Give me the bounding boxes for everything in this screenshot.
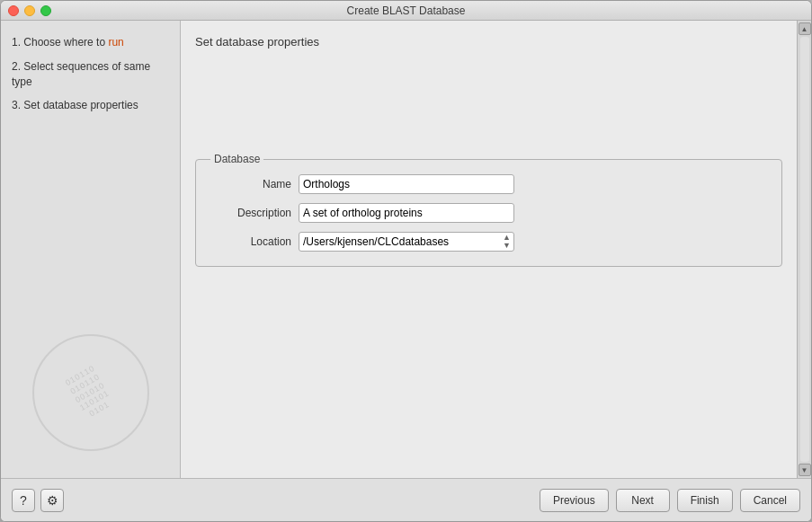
next-button[interactable]: Next (616, 489, 670, 512)
help-button[interactable]: ? (12, 489, 35, 512)
step-1: 1. Choose where to run (12, 35, 169, 50)
database-section: Database Name Description Location / (195, 153, 782, 267)
settings-button[interactable]: ⚙ (40, 489, 64, 512)
right-scrollbar[interactable]: ▲ ▼ (797, 21, 811, 478)
panel-title: Set database properties (195, 35, 782, 49)
window-controls (8, 5, 51, 16)
scroll-up-arrow[interactable]: ▲ (799, 22, 811, 35)
footer-right: Previous Next Finish Cancel (540, 489, 800, 512)
cancel-button[interactable]: Cancel (740, 489, 800, 512)
previous-button[interactable]: Previous (540, 489, 609, 512)
location-select[interactable]: /Users/kjensen/CLCdatabases (299, 232, 514, 252)
description-input[interactable] (299, 203, 514, 223)
description-row: Description (210, 203, 767, 223)
footer-left: ? ⚙ (12, 489, 64, 512)
footer: ? ⚙ Previous Next Finish Cancel (1, 478, 811, 521)
description-label: Description (210, 207, 291, 219)
close-button[interactable] (8, 5, 19, 16)
panel-body: Database Name Description Location / (195, 63, 782, 478)
watermark-circle: 010110 010110 001010 110101 0101 (32, 334, 149, 451)
name-row: Name (210, 174, 767, 194)
main-panel: Set database properties Database Name De… (181, 21, 797, 478)
location-select-wrapper: /Users/kjensen/CLCdatabases ▲ ▼ (299, 232, 514, 252)
step-3: 3. Set database properties (12, 98, 169, 113)
maximize-button[interactable] (40, 5, 51, 16)
window-title: Create BLAST Database (347, 4, 466, 17)
scroll-track (800, 37, 809, 462)
sidebar: 1. Choose where to run 2. Select sequenc… (1, 21, 181, 478)
titlebar: Create BLAST Database (1, 1, 811, 21)
scroll-down-arrow[interactable]: ▼ (799, 464, 811, 476)
watermark: 010110 010110 001010 110101 0101 (1, 334, 180, 451)
settings-icon: ⚙ (47, 493, 58, 508)
step-1-keyword: run (108, 36, 123, 49)
steps-list: 1. Choose where to run 2. Select sequenc… (12, 35, 169, 122)
finish-button[interactable]: Finish (677, 489, 733, 512)
main-window: Create BLAST Database 1. Choose where to… (0, 0, 812, 522)
help-icon: ? (20, 493, 27, 508)
database-legend: Database (210, 153, 263, 165)
location-row: Location /Users/kjensen/CLCdatabases ▲ ▼ (210, 232, 767, 252)
name-label: Name (210, 178, 291, 190)
location-label: Location (210, 235, 291, 248)
minimize-button[interactable] (24, 5, 35, 16)
content-area: 1. Choose where to run 2. Select sequenc… (1, 21, 811, 478)
watermark-text: 010110 010110 001010 110101 0101 (64, 364, 116, 422)
step-2: 2. Select sequences of same type (12, 59, 169, 90)
name-input[interactable] (299, 174, 514, 194)
